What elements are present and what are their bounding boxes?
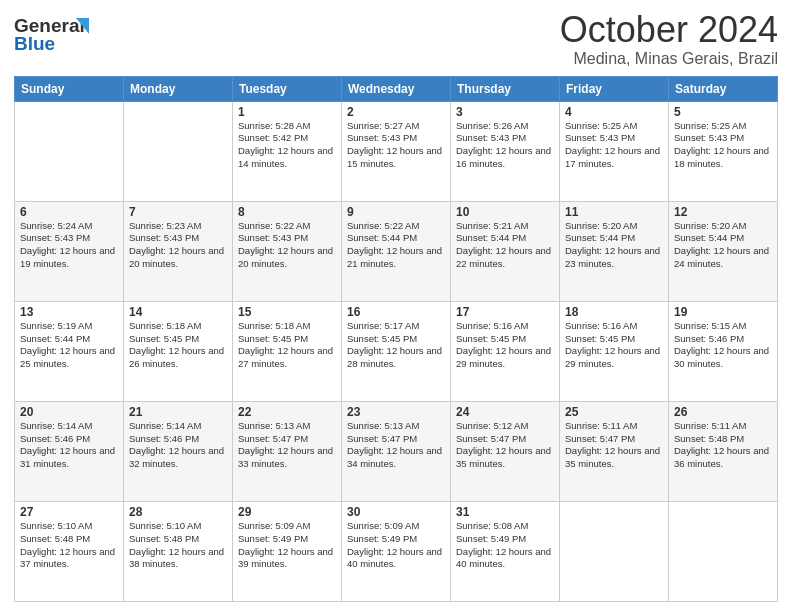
- day-number: 14: [129, 305, 227, 319]
- day-info: Sunrise: 5:24 AMSunset: 5:43 PMDaylight:…: [20, 220, 118, 271]
- calendar-cell: 11Sunrise: 5:20 AMSunset: 5:44 PMDayligh…: [560, 201, 669, 301]
- day-info: Sunrise: 5:22 AMSunset: 5:44 PMDaylight:…: [347, 220, 445, 271]
- calendar-cell: 8Sunrise: 5:22 AMSunset: 5:43 PMDaylight…: [233, 201, 342, 301]
- weekday-header: Saturday: [669, 76, 778, 101]
- svg-text:Blue: Blue: [14, 33, 55, 54]
- calendar-cell: 5Sunrise: 5:25 AMSunset: 5:43 PMDaylight…: [669, 101, 778, 201]
- day-info: Sunrise: 5:11 AMSunset: 5:47 PMDaylight:…: [565, 420, 663, 471]
- day-number: 11: [565, 205, 663, 219]
- calendar-cell: 31Sunrise: 5:08 AMSunset: 5:49 PMDayligh…: [451, 501, 560, 601]
- day-number: 1: [238, 105, 336, 119]
- calendar-cell: 3Sunrise: 5:26 AMSunset: 5:43 PMDaylight…: [451, 101, 560, 201]
- calendar-header-row: SundayMondayTuesdayWednesdayThursdayFrid…: [15, 76, 778, 101]
- calendar-cell: 12Sunrise: 5:20 AMSunset: 5:44 PMDayligh…: [669, 201, 778, 301]
- calendar-cell: 9Sunrise: 5:22 AMSunset: 5:44 PMDaylight…: [342, 201, 451, 301]
- page: General Blue October 2024 Medina, Minas …: [0, 0, 792, 612]
- day-number: 9: [347, 205, 445, 219]
- day-info: Sunrise: 5:16 AMSunset: 5:45 PMDaylight:…: [456, 320, 554, 371]
- weekday-header: Sunday: [15, 76, 124, 101]
- day-number: 18: [565, 305, 663, 319]
- day-number: 21: [129, 405, 227, 419]
- day-number: 31: [456, 505, 554, 519]
- day-info: Sunrise: 5:11 AMSunset: 5:48 PMDaylight:…: [674, 420, 772, 471]
- day-number: 8: [238, 205, 336, 219]
- month-title: October 2024: [560, 10, 778, 50]
- day-info: Sunrise: 5:14 AMSunset: 5:46 PMDaylight:…: [129, 420, 227, 471]
- day-info: Sunrise: 5:12 AMSunset: 5:47 PMDaylight:…: [456, 420, 554, 471]
- calendar-cell: 2Sunrise: 5:27 AMSunset: 5:43 PMDaylight…: [342, 101, 451, 201]
- day-info: Sunrise: 5:18 AMSunset: 5:45 PMDaylight:…: [129, 320, 227, 371]
- day-number: 3: [456, 105, 554, 119]
- day-number: 15: [238, 305, 336, 319]
- day-number: 25: [565, 405, 663, 419]
- day-info: Sunrise: 5:20 AMSunset: 5:44 PMDaylight:…: [565, 220, 663, 271]
- day-number: 10: [456, 205, 554, 219]
- calendar-week-row: 13Sunrise: 5:19 AMSunset: 5:44 PMDayligh…: [15, 301, 778, 401]
- calendar-cell: 26Sunrise: 5:11 AMSunset: 5:48 PMDayligh…: [669, 401, 778, 501]
- weekday-header: Thursday: [451, 76, 560, 101]
- day-number: 12: [674, 205, 772, 219]
- day-info: Sunrise: 5:20 AMSunset: 5:44 PMDaylight:…: [674, 220, 772, 271]
- day-number: 7: [129, 205, 227, 219]
- calendar-cell: [124, 101, 233, 201]
- day-number: 6: [20, 205, 118, 219]
- calendar-cell: 22Sunrise: 5:13 AMSunset: 5:47 PMDayligh…: [233, 401, 342, 501]
- day-info: Sunrise: 5:18 AMSunset: 5:45 PMDaylight:…: [238, 320, 336, 371]
- day-number: 26: [674, 405, 772, 419]
- calendar-cell: 29Sunrise: 5:09 AMSunset: 5:49 PMDayligh…: [233, 501, 342, 601]
- day-info: Sunrise: 5:28 AMSunset: 5:42 PMDaylight:…: [238, 120, 336, 171]
- calendar-cell: 10Sunrise: 5:21 AMSunset: 5:44 PMDayligh…: [451, 201, 560, 301]
- day-info: Sunrise: 5:10 AMSunset: 5:48 PMDaylight:…: [129, 520, 227, 571]
- calendar-week-row: 20Sunrise: 5:14 AMSunset: 5:46 PMDayligh…: [15, 401, 778, 501]
- day-info: Sunrise: 5:09 AMSunset: 5:49 PMDaylight:…: [347, 520, 445, 571]
- day-number: 28: [129, 505, 227, 519]
- day-info: Sunrise: 5:25 AMSunset: 5:43 PMDaylight:…: [674, 120, 772, 171]
- day-info: Sunrise: 5:26 AMSunset: 5:43 PMDaylight:…: [456, 120, 554, 171]
- day-number: 5: [674, 105, 772, 119]
- title-block: October 2024 Medina, Minas Gerais, Brazi…: [560, 10, 778, 68]
- calendar-week-row: 6Sunrise: 5:24 AMSunset: 5:43 PMDaylight…: [15, 201, 778, 301]
- day-number: 24: [456, 405, 554, 419]
- day-info: Sunrise: 5:25 AMSunset: 5:43 PMDaylight:…: [565, 120, 663, 171]
- location-title: Medina, Minas Gerais, Brazil: [560, 50, 778, 68]
- calendar-table: SundayMondayTuesdayWednesdayThursdayFrid…: [14, 76, 778, 602]
- calendar-cell: 18Sunrise: 5:16 AMSunset: 5:45 PMDayligh…: [560, 301, 669, 401]
- calendar-cell: 15Sunrise: 5:18 AMSunset: 5:45 PMDayligh…: [233, 301, 342, 401]
- day-number: 23: [347, 405, 445, 419]
- calendar-week-row: 27Sunrise: 5:10 AMSunset: 5:48 PMDayligh…: [15, 501, 778, 601]
- header: General Blue October 2024 Medina, Minas …: [14, 10, 778, 68]
- calendar-cell: 4Sunrise: 5:25 AMSunset: 5:43 PMDaylight…: [560, 101, 669, 201]
- day-number: 30: [347, 505, 445, 519]
- day-info: Sunrise: 5:15 AMSunset: 5:46 PMDaylight:…: [674, 320, 772, 371]
- calendar-cell: 27Sunrise: 5:10 AMSunset: 5:48 PMDayligh…: [15, 501, 124, 601]
- calendar-cell: 17Sunrise: 5:16 AMSunset: 5:45 PMDayligh…: [451, 301, 560, 401]
- day-info: Sunrise: 5:17 AMSunset: 5:45 PMDaylight:…: [347, 320, 445, 371]
- calendar-cell: [15, 101, 124, 201]
- day-number: 27: [20, 505, 118, 519]
- logo: General Blue: [14, 10, 104, 58]
- calendar-cell: 6Sunrise: 5:24 AMSunset: 5:43 PMDaylight…: [15, 201, 124, 301]
- day-info: Sunrise: 5:19 AMSunset: 5:44 PMDaylight:…: [20, 320, 118, 371]
- day-info: Sunrise: 5:14 AMSunset: 5:46 PMDaylight:…: [20, 420, 118, 471]
- day-number: 20: [20, 405, 118, 419]
- day-number: 13: [20, 305, 118, 319]
- day-info: Sunrise: 5:08 AMSunset: 5:49 PMDaylight:…: [456, 520, 554, 571]
- calendar-cell: 23Sunrise: 5:13 AMSunset: 5:47 PMDayligh…: [342, 401, 451, 501]
- day-info: Sunrise: 5:16 AMSunset: 5:45 PMDaylight:…: [565, 320, 663, 371]
- day-info: Sunrise: 5:22 AMSunset: 5:43 PMDaylight:…: [238, 220, 336, 271]
- calendar-cell: 24Sunrise: 5:12 AMSunset: 5:47 PMDayligh…: [451, 401, 560, 501]
- day-number: 4: [565, 105, 663, 119]
- logo-svg: General Blue: [14, 10, 104, 54]
- day-number: 16: [347, 305, 445, 319]
- calendar-cell: 19Sunrise: 5:15 AMSunset: 5:46 PMDayligh…: [669, 301, 778, 401]
- day-number: 22: [238, 405, 336, 419]
- calendar-cell: 28Sunrise: 5:10 AMSunset: 5:48 PMDayligh…: [124, 501, 233, 601]
- calendar-cell: [669, 501, 778, 601]
- weekday-header: Friday: [560, 76, 669, 101]
- day-info: Sunrise: 5:10 AMSunset: 5:48 PMDaylight:…: [20, 520, 118, 571]
- calendar-cell: 13Sunrise: 5:19 AMSunset: 5:44 PMDayligh…: [15, 301, 124, 401]
- calendar-week-row: 1Sunrise: 5:28 AMSunset: 5:42 PMDaylight…: [15, 101, 778, 201]
- weekday-header: Monday: [124, 76, 233, 101]
- day-number: 19: [674, 305, 772, 319]
- day-number: 2: [347, 105, 445, 119]
